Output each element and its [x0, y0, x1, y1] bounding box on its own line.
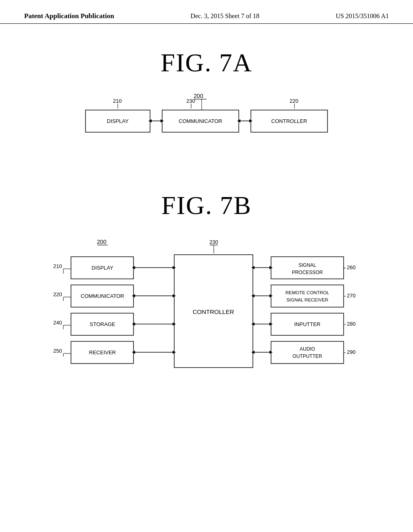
svg-text:260: 260	[347, 264, 356, 270]
svg-text:200: 200	[194, 93, 203, 99]
page-header: Patent Application Publication Dec. 3, 2…	[0, 0, 413, 24]
fig-7b-diagram: 200 230 210 220 240 250	[41, 233, 372, 378]
svg-text:200: 200	[97, 239, 106, 245]
svg-text:OUTPUTTER: OUTPUTTER	[292, 353, 322, 359]
svg-text:SIGNAL: SIGNAL	[298, 262, 316, 268]
svg-text:250: 250	[53, 348, 62, 354]
svg-text:STORAGE: STORAGE	[90, 321, 115, 327]
svg-text:290: 290	[347, 349, 356, 355]
svg-text:SIGNAL RECEIVER: SIGNAL RECEIVER	[286, 297, 328, 302]
svg-text:240: 240	[53, 320, 62, 326]
fig-7b-title: FIG. 7B	[32, 191, 381, 220]
svg-text:COMMUNICATOR: COMMUNICATOR	[179, 118, 222, 124]
svg-text:PROCESSOR: PROCESSOR	[292, 270, 323, 275]
svg-rect-57	[271, 341, 344, 364]
svg-text:REMOTE CONTROL: REMOTE CONTROL	[286, 290, 330, 295]
svg-text:280: 280	[347, 321, 356, 327]
fig-7a-title: FIG. 7A	[32, 48, 381, 78]
header-patent-number: US 2015/351006 A1	[336, 12, 389, 20]
svg-text:DISPLAY: DISPLAY	[107, 118, 129, 124]
svg-text:230: 230	[209, 239, 218, 245]
svg-text:COMMUNICATOR: COMMUNICATOR	[81, 293, 124, 299]
svg-text:DISPLAY: DISPLAY	[92, 265, 113, 271]
header-publication-label: Patent Application Publication	[24, 12, 114, 20]
svg-text:RECEIVER: RECEIVER	[89, 349, 116, 355]
svg-text:210: 210	[113, 98, 122, 104]
svg-text:220: 220	[53, 291, 62, 297]
header-date-sheet: Dec. 3, 2015 Sheet 7 of 18	[190, 12, 259, 20]
fig-7a-diagram: 200 210 230 220 DISPLAY COMMUNICATOR CON…	[65, 86, 348, 158]
svg-text:INPUTTER: INPUTTER	[294, 321, 321, 327]
svg-text:CONTROLLER: CONTROLLER	[193, 308, 234, 315]
svg-text:210: 210	[53, 263, 62, 269]
svg-text:270: 270	[347, 293, 356, 299]
svg-rect-52	[271, 285, 344, 307]
svg-text:AUDIO: AUDIO	[300, 346, 315, 352]
svg-text:230: 230	[186, 98, 195, 104]
svg-text:CONTROLLER: CONTROLLER	[271, 118, 307, 124]
svg-text:220: 220	[290, 98, 298, 104]
main-content: FIG. 7A 200 210 230 220 DISPLAY COMMUNIC…	[0, 24, 413, 386]
